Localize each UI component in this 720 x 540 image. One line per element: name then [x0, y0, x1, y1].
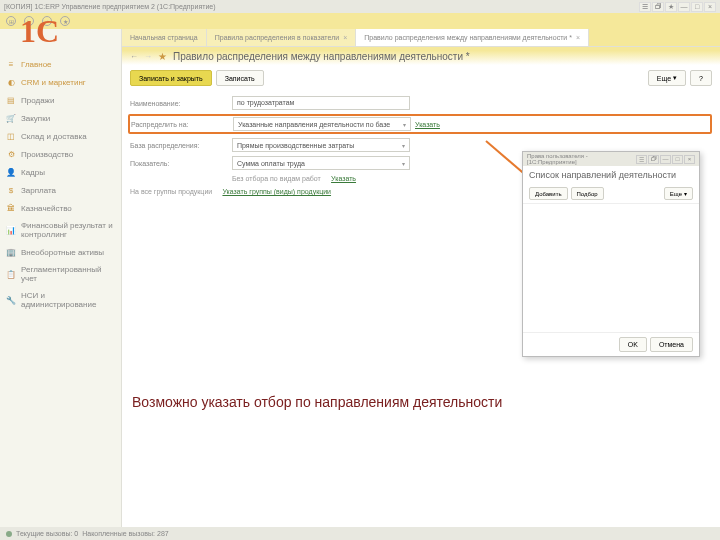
- groups-hint: На все группы продукции: [130, 188, 212, 195]
- window-titlebar: [КОПИЯ] 1С:ERP Управление предприятием 2…: [0, 0, 720, 13]
- tab-label: Начальная страница: [130, 34, 198, 41]
- dist-select[interactable]: Указанные направления деятельности по ба…: [233, 117, 411, 131]
- gear-icon: ⚙: [6, 149, 16, 159]
- doc-icon: 📋: [6, 269, 16, 279]
- sidebar-item-admin[interactable]: 🔧НСИ и администрирование: [0, 287, 121, 313]
- popup-list[interactable]: [527, 208, 695, 328]
- sidebar-item-label: Регламентированный учет: [21, 265, 115, 283]
- sidebar-item-label: Склад и доставка: [21, 132, 87, 141]
- close-tab-icon[interactable]: ×: [343, 34, 347, 41]
- sidebar-item-main[interactable]: ≡Главное: [0, 55, 121, 73]
- ok-button[interactable]: OK: [619, 337, 647, 352]
- pick-button[interactable]: Подбор: [571, 187, 604, 200]
- save-close-button[interactable]: Записать и закрыть: [130, 70, 212, 86]
- groups-link[interactable]: Указать группы (виды) продукции: [222, 188, 331, 195]
- window-title: [КОПИЯ] 1С:ERP Управление предприятием 2…: [4, 3, 216, 10]
- sales-icon: ▤: [6, 95, 16, 105]
- status-current: Текущие вызовы: 0: [16, 530, 78, 537]
- window-buttons: ☰ 🗇 ★ — □ ×: [639, 2, 716, 12]
- popup-min-icon[interactable]: —: [660, 155, 671, 164]
- chevron-down-icon: ▾: [402, 142, 405, 149]
- add-button[interactable]: Добавить: [529, 187, 568, 200]
- maximize-icon[interactable]: □: [691, 2, 703, 12]
- popup-hdr-title: Права пользователя - [1С:Предприятие]: [527, 153, 636, 165]
- popup-tool-icon[interactable]: 🗇: [648, 155, 659, 164]
- sidebar-item-fin[interactable]: 📊Финансовый результат и контроллинг: [0, 217, 121, 243]
- sidebar-item-hr[interactable]: 👤Кадры: [0, 163, 121, 181]
- popup-max-icon[interactable]: □: [672, 155, 683, 164]
- popup-more-button[interactable]: Еще ▾: [664, 187, 693, 200]
- chevron-down-icon: ▾: [673, 74, 677, 82]
- row-distribute: Распределить на: Указанные направления д…: [128, 114, 712, 134]
- sidebar-item-treasury[interactable]: 🏛Казначейство: [0, 199, 121, 217]
- sidebar-item-assets[interactable]: 🏢Внеоборотные активы: [0, 243, 121, 261]
- popup-window: Права пользователя - [1С:Предприятие] ☰ …: [522, 151, 700, 357]
- popup-footer: OK Отмена: [523, 332, 699, 356]
- page-title: Правило распределения между направлениям…: [173, 51, 470, 62]
- btn-c[interactable]: ★: [665, 2, 677, 12]
- tab-label: Правила распределения в показатели: [215, 34, 339, 41]
- sidebar-item-crm[interactable]: ◐CRM и маркетинг: [0, 73, 121, 91]
- ind-label: Показатель:: [130, 160, 228, 167]
- back-arrow-icon[interactable]: ←: [130, 52, 138, 61]
- close-tab-icon[interactable]: ×: [576, 34, 580, 41]
- toolbar-menu-icon[interactable]: ⊞: [6, 16, 16, 26]
- chevron-down-icon: ▾: [402, 160, 405, 167]
- sidebar-item-purch[interactable]: 🛒Закупки: [0, 109, 121, 127]
- content-area: Начальная страница Правила распределения…: [122, 29, 720, 527]
- sidebar-item-label: Зарплата: [21, 186, 56, 195]
- page-header: ← → ★ Правило распределения между направ…: [122, 47, 720, 66]
- ind-select[interactable]: Сумма оплаты труда▾: [232, 156, 410, 170]
- tabs: Начальная страница Правила распределения…: [122, 29, 720, 47]
- popup-tool-icon[interactable]: ☰: [636, 155, 647, 164]
- popup-title: Список направлений деятельности: [523, 166, 699, 184]
- sidebar-item-label: Продажи: [21, 96, 54, 105]
- status-accum: Накопленные вызовы: 287: [82, 530, 168, 537]
- tab-rules[interactable]: Правила распределения в показатели×: [207, 29, 357, 46]
- base-select[interactable]: Прямые производственные затраты▾: [232, 138, 410, 152]
- popup-close-icon[interactable]: ×: [684, 155, 695, 164]
- btn-b[interactable]: 🗇: [652, 2, 664, 12]
- row-base: База распределения: Прямые производствен…: [130, 138, 712, 152]
- close-icon[interactable]: ×: [704, 2, 716, 12]
- action-bar: Записать и закрыть Записать Еще▾ ?: [122, 66, 720, 90]
- bank-icon: 🏛: [6, 203, 16, 213]
- box-icon: ◫: [6, 131, 16, 141]
- app-toolbar: ⊞ ← → ★: [0, 13, 720, 29]
- sidebar-item-label: Внеоборотные активы: [21, 248, 104, 257]
- chart-icon: 📊: [6, 225, 16, 235]
- sidebar-item-label: Казначейство: [21, 204, 72, 213]
- wrench-icon: 🔧: [6, 295, 16, 305]
- star-icon[interactable]: ★: [158, 51, 167, 62]
- sidebar-item-label: НСИ и администрирование: [21, 291, 115, 309]
- sidebar-item-wh[interactable]: ◫Склад и доставка: [0, 127, 121, 145]
- sidebar-item-label: CRM и маркетинг: [21, 78, 86, 87]
- fwd-arrow-icon[interactable]: →: [144, 52, 152, 61]
- sidebar-item-sales[interactable]: ▤Продажи: [0, 91, 121, 109]
- filter-link[interactable]: Указать: [331, 175, 356, 182]
- popup-toolbar: Добавить Подбор Еще ▾: [523, 184, 699, 204]
- money-icon: $: [6, 185, 16, 195]
- dist-link[interactable]: Указать: [415, 121, 440, 128]
- sidebar-item-prod[interactable]: ⚙Производство: [0, 145, 121, 163]
- more-button[interactable]: Еще▾: [648, 70, 686, 86]
- annotation-text: Возможно указать отбор по направлениям д…: [132, 394, 502, 410]
- name-input[interactable]: по трудозатратам: [232, 96, 410, 110]
- tab-home[interactable]: Начальная страница: [122, 29, 207, 46]
- favorite-icon[interactable]: ★: [60, 16, 70, 26]
- tab-label: Правило распределения между направлениям…: [364, 34, 572, 41]
- tab-rule-edit[interactable]: Правило распределения между направлениям…: [356, 29, 589, 46]
- sidebar-item-label: Закупки: [21, 114, 50, 123]
- cancel-button[interactable]: Отмена: [650, 337, 693, 352]
- sidebar-item-reg[interactable]: 📋Регламентированный учет: [0, 261, 121, 287]
- cart-icon: 🛒: [6, 113, 16, 123]
- sidebar-item-salary[interactable]: $Зарплата: [0, 181, 121, 199]
- chevron-down-icon: ▾: [403, 121, 406, 128]
- help-button[interactable]: ?: [690, 70, 712, 86]
- save-button[interactable]: Записать: [216, 70, 264, 86]
- popup-titlebar: Права пользователя - [1С:Предприятие] ☰ …: [523, 152, 699, 166]
- btn-a[interactable]: ☰: [639, 2, 651, 12]
- sidebar-item-label: Кадры: [21, 168, 45, 177]
- status-dot-icon: [6, 531, 12, 537]
- minimize-icon[interactable]: —: [678, 2, 690, 12]
